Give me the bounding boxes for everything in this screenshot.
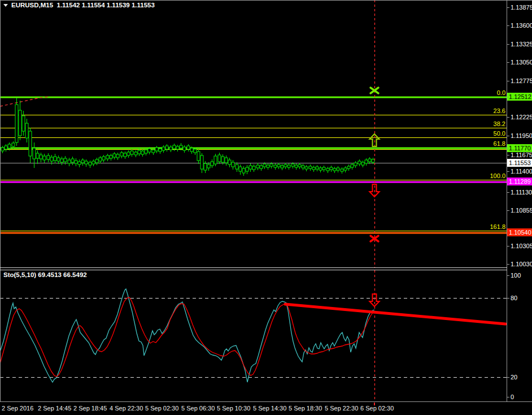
candle-body [120,153,123,156]
candle-body [43,156,46,160]
candle-body [368,159,371,162]
candle-body [242,168,245,173]
candle-body [81,160,84,163]
time-tick-label: 5 Sep 02:30 [145,405,178,412]
candle-body [85,161,88,164]
candle-body [95,159,98,163]
price-axis[interactable]: 1.138751.136001.133251.130501.127751.122… [507,0,532,402]
candle-body [176,146,179,149]
time-axis[interactable]: 2 Sep 20162 Sep 14:452 Sep 18:454 Sep 22… [0,402,532,415]
candle-body [260,166,263,168]
stochastic-pane[interactable] [0,270,507,401]
ma-dashed-line[interactable] [0,97,49,106]
candle-body [130,151,133,154]
candle-body [5,146,7,149]
candle-body [173,145,176,149]
price-tick-label: 1.13875 [511,4,532,11]
candle-body [33,148,36,159]
price-tick-label: 1.11950 [511,132,532,139]
candle-body [145,150,147,153]
candle-body [127,152,130,155]
candle-body [19,110,21,136]
candle-body [152,150,155,153]
symbol-dropdown-icon[interactable] [3,4,8,7]
candle-body [358,161,361,164]
price-tick-label: 1.10305 [511,243,532,249]
time-tick-label: 5 Sep 22:30 [325,405,358,412]
pane-splitter[interactable] [0,267,507,268]
chart-title-bar: EURUSD,M15 1.11542 1.11554 1.11539 1.115… [3,2,155,8]
candle-body [92,161,95,164]
candle-body [8,144,11,148]
candle-body [54,157,56,161]
candle-body [47,155,50,159]
price-tick-label: 1.12775 [511,77,532,84]
symbol-ohlc-title: EURUSD,M15 1.11542 1.11554 1.11539 1.115… [11,2,155,8]
candle-body [180,145,182,148]
main-price-pane[interactable] [0,0,507,267]
candle-body [134,152,137,155]
candle-body [15,105,18,142]
candle-body [344,168,347,170]
trend-line[interactable] [285,304,505,324]
time-tick-label: 2 Sep 2016 [2,405,33,412]
price-tick-label: 1.13325 [511,41,532,47]
stoch-tick-label: 0 [511,394,514,400]
candle-body [354,163,357,166]
candle-body [277,165,280,167]
price-tick-label: 1.12225 [511,114,532,120]
candle-body [12,143,15,146]
candle-body [211,162,213,166]
candle-body [337,168,339,170]
candle-body [221,157,224,162]
frame-axis-border [507,0,507,402]
candle-body [29,131,32,156]
pane-splitter-lower[interactable] [0,270,507,270]
stochastic-label: Sto(5,5,10) 69.4513 66.5492 [3,271,87,278]
candle-body [22,116,25,131]
stoch-tick-label: 100 [511,272,521,279]
candle-body [361,162,364,165]
price-badge-1-11770: 1.11770 [507,144,532,152]
candle-body [295,165,298,167]
price-badge-1-11553: 1.11553 [507,159,532,167]
price-tick-label: 1.10030 [511,261,532,267]
time-tick-label: 5 Sep 10:30 [217,405,250,412]
candle-body [1,148,4,151]
candle-body [113,154,116,157]
candle-body [102,157,105,160]
candle-body [228,160,231,165]
candle-body [165,146,168,149]
candlesticks [1,98,374,176]
price-tick-label: 1.11675 [511,152,532,158]
candle-body [347,166,350,168]
time-tick-label: 2 Sep 18:45 [73,405,107,412]
candle-body [232,162,234,167]
frame-top [0,0,532,1]
candle-body [291,164,294,166]
candle-body [239,167,242,171]
candle-body [40,155,42,159]
candle-body [124,153,127,157]
candle-body [68,160,71,163]
price-tick-label: 1.11130 [511,189,532,196]
candle-body [225,158,228,163]
candle-body [274,165,277,167]
sell-arrow-stoch-icon[interactable] [370,294,380,306]
candle-body [159,149,162,152]
candle-body [256,165,259,168]
candle-body [319,168,322,170]
time-tick-label: 5 Sep 14:30 [253,405,286,412]
time-tick-label: 5 Sep 18:30 [289,405,322,412]
candle-body [351,165,354,167]
candle-body [57,158,60,161]
candle-body [36,153,39,158]
candle-body [270,164,273,166]
candle-body [116,154,119,158]
candle-body [194,149,197,153]
candle-body [316,167,319,169]
candle-body [75,161,77,163]
candle-body [141,151,144,154]
price-badge-1-10540: 1.10540 [507,228,532,236]
candle-body [60,159,63,162]
